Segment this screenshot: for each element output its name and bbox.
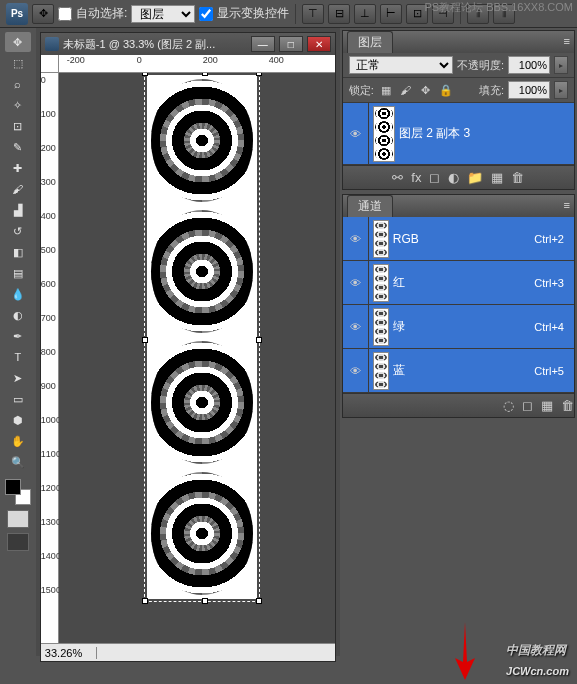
- lock-transparent-icon[interactable]: ▦: [378, 82, 394, 98]
- transform-handle-tl[interactable]: [142, 73, 148, 76]
- channel-list[interactable]: 👁 RGB Ctrl+2 👁 红 Ctrl+3 👁 绿 Ctrl+4: [343, 217, 574, 393]
- fill-field[interactable]: [508, 81, 550, 99]
- gradient-tool[interactable]: ▤: [5, 263, 31, 283]
- transform-handle-bl[interactable]: [142, 598, 148, 604]
- layer-style-icon[interactable]: fx: [411, 170, 421, 185]
- channel-row-blue[interactable]: 👁 蓝 Ctrl+5: [343, 349, 574, 393]
- channel-shortcut: Ctrl+4: [534, 321, 574, 333]
- visibility-toggle-icon[interactable]: 👁: [343, 261, 369, 304]
- new-channel-icon[interactable]: ▦: [541, 398, 553, 413]
- tab-layers[interactable]: 图层: [347, 31, 393, 53]
- link-layers-icon[interactable]: ⚯: [392, 170, 403, 185]
- transform-bounds[interactable]: [144, 73, 260, 602]
- visibility-toggle-icon[interactable]: 👁: [343, 305, 369, 348]
- lock-pixels-icon[interactable]: 🖌: [398, 82, 414, 98]
- channel-thumbnail[interactable]: [373, 308, 389, 346]
- channel-name: RGB: [393, 232, 534, 246]
- new-layer-icon[interactable]: ▦: [491, 170, 503, 185]
- save-selection-icon[interactable]: ◻: [522, 398, 533, 413]
- hand-tool[interactable]: ✋: [5, 431, 31, 451]
- visibility-toggle-icon[interactable]: 👁: [343, 103, 369, 164]
- marquee-tool[interactable]: ⬚: [5, 53, 31, 73]
- blur-tool[interactable]: 💧: [5, 284, 31, 304]
- channel-thumbnail[interactable]: [373, 220, 389, 258]
- color-swatch[interactable]: [5, 479, 31, 505]
- minimize-button[interactable]: —: [251, 36, 275, 52]
- fill-flyout-icon[interactable]: ▸: [554, 81, 568, 99]
- opacity-flyout-icon[interactable]: ▸: [554, 56, 568, 74]
- ps-doc-icon: [45, 37, 59, 51]
- screen-mode-button[interactable]: [7, 533, 29, 551]
- wand-tool[interactable]: ✧: [5, 95, 31, 115]
- layer-row[interactable]: 👁 图层 2 副本 3: [343, 103, 574, 165]
- ruler-vertical[interactable]: 0 100 200 300 400 500 600 700 800 900 10…: [41, 73, 59, 643]
- layer-name[interactable]: 图层 2 副本 3: [399, 125, 470, 142]
- move-tool[interactable]: ✥: [5, 32, 31, 52]
- stamp-tool[interactable]: ▟: [5, 200, 31, 220]
- auto-select-label: 自动选择:: [76, 5, 127, 22]
- lock-all-icon[interactable]: 🔒: [438, 82, 454, 98]
- transform-handle-ml[interactable]: [142, 337, 148, 343]
- type-tool[interactable]: T: [5, 347, 31, 367]
- align-left-icon[interactable]: ⊢: [380, 4, 402, 24]
- adjustment-layer-icon[interactable]: ◐: [448, 170, 459, 185]
- align-bottom-icon[interactable]: ⊥: [354, 4, 376, 24]
- channels-panel-footer: ◌ ◻ ▦ 🗑: [343, 393, 574, 417]
- transform-handle-mr[interactable]: [256, 337, 262, 343]
- close-button[interactable]: ✕: [307, 36, 331, 52]
- zoom-tool[interactable]: 🔍: [5, 452, 31, 472]
- visibility-toggle-icon[interactable]: 👁: [343, 349, 369, 392]
- layer-group-icon[interactable]: 📁: [467, 170, 483, 185]
- panel-menu-icon[interactable]: ≡: [564, 199, 570, 211]
- canvas[interactable]: [147, 75, 257, 599]
- transform-handle-tr[interactable]: [256, 73, 262, 76]
- align-top-icon[interactable]: ⊤: [302, 4, 324, 24]
- title-bar[interactable]: 未标题-1 @ 33.3% (图层 2 副... — □ ✕: [41, 33, 335, 55]
- channel-thumbnail[interactable]: [373, 264, 389, 302]
- channel-name: 蓝: [393, 362, 534, 379]
- 3d-tool[interactable]: ⬢: [5, 410, 31, 430]
- status-bar: 33.26%: [41, 643, 335, 661]
- lock-position-icon[interactable]: ✥: [418, 82, 434, 98]
- transform-handle-bc[interactable]: [202, 598, 208, 604]
- layer-thumbnail[interactable]: [373, 106, 395, 162]
- lasso-tool[interactable]: ⌕: [5, 74, 31, 94]
- transform-handle-br[interactable]: [256, 598, 262, 604]
- crop-tool[interactable]: ⊡: [5, 116, 31, 136]
- channel-row-red[interactable]: 👁 红 Ctrl+3: [343, 261, 574, 305]
- transform-handle-tc[interactable]: [202, 73, 208, 76]
- dodge-tool[interactable]: ◐: [5, 305, 31, 325]
- panel-menu-icon[interactable]: ≡: [564, 35, 570, 47]
- eyedropper-tool[interactable]: ✎: [5, 137, 31, 157]
- heal-tool[interactable]: ✚: [5, 158, 31, 178]
- auto-select-target[interactable]: 图层: [131, 5, 195, 23]
- history-brush-tool[interactable]: ↺: [5, 221, 31, 241]
- layer-mask-icon[interactable]: ◻: [429, 170, 440, 185]
- align-vcenter-icon[interactable]: ⊟: [328, 4, 350, 24]
- panels-column: 图层 ≡ 正常 不透明度: ▸ 锁定: ▦ 🖌 ✥ 🔒 填充: ▸: [340, 28, 577, 656]
- channel-row-green[interactable]: 👁 绿 Ctrl+4: [343, 305, 574, 349]
- path-tool[interactable]: ➤: [5, 368, 31, 388]
- zoom-field[interactable]: 33.26%: [41, 647, 97, 659]
- pen-tool[interactable]: ✒: [5, 326, 31, 346]
- shape-tool[interactable]: ▭: [5, 389, 31, 409]
- show-transform-checkbox[interactable]: [199, 7, 213, 21]
- eraser-tool[interactable]: ◧: [5, 242, 31, 262]
- delete-channel-icon[interactable]: 🗑: [561, 398, 574, 413]
- layer-list[interactable]: 👁 图层 2 副本 3: [343, 103, 574, 165]
- delete-layer-icon[interactable]: 🗑: [511, 170, 524, 185]
- visibility-toggle-icon[interactable]: 👁: [343, 217, 369, 260]
- blend-mode-select[interactable]: 正常: [349, 56, 453, 74]
- maximize-button[interactable]: □: [279, 36, 303, 52]
- opacity-field[interactable]: [508, 56, 550, 74]
- channel-thumbnail[interactable]: [373, 352, 389, 390]
- fg-color-swatch[interactable]: [5, 479, 21, 495]
- canvas-area[interactable]: [59, 73, 335, 643]
- channel-row-rgb[interactable]: 👁 RGB Ctrl+2: [343, 217, 574, 261]
- ruler-horizontal[interactable]: -200 0 200 400: [59, 55, 335, 73]
- auto-select-checkbox[interactable]: [58, 7, 72, 21]
- brush-tool[interactable]: 🖌: [5, 179, 31, 199]
- standard-mode-button[interactable]: [7, 510, 29, 528]
- tab-channels[interactable]: 通道: [347, 195, 393, 217]
- load-selection-icon[interactable]: ◌: [503, 398, 514, 413]
